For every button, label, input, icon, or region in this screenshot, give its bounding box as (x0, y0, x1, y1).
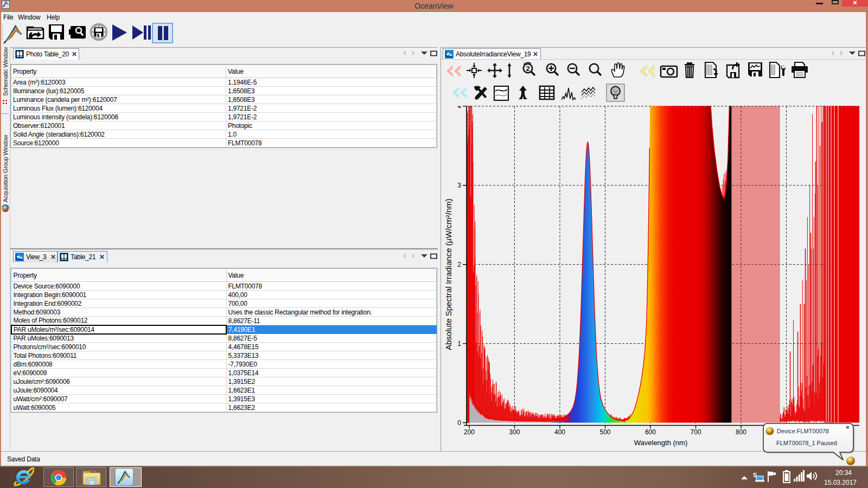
svg-text:800: 800 (736, 428, 746, 436)
svg-text:Absolute Spectral Irradiance (: Absolute Spectral Irradiance (µW/cm²/nm) (444, 198, 453, 350)
svg-text:2: 2 (457, 261, 461, 268)
svg-text:FLMT00078_1 Paused: FLMT00078_1 Paused (776, 440, 837, 446)
svg-text:3: 3 (457, 182, 461, 189)
svg-text:1: 1 (457, 340, 461, 348)
svg-text:4: 4 (457, 106, 461, 110)
svg-text:200: 200 (464, 428, 475, 436)
svg-text:2: 2 (526, 65, 529, 73)
svg-text:400: 400 (554, 428, 565, 436)
svg-text:✖: ✖ (846, 425, 850, 430)
svg-text:600: 600 (645, 428, 656, 436)
svg-text:300: 300 (509, 428, 520, 436)
svg-text:500: 500 (599, 428, 610, 436)
svg-text:0: 0 (457, 419, 461, 427)
svg-text:Device:FLMT00078: Device:FLMT00078 (777, 428, 829, 434)
svg-text:700: 700 (690, 428, 701, 436)
svg-text:Wavelength (nm): Wavelength (nm) (634, 439, 688, 447)
